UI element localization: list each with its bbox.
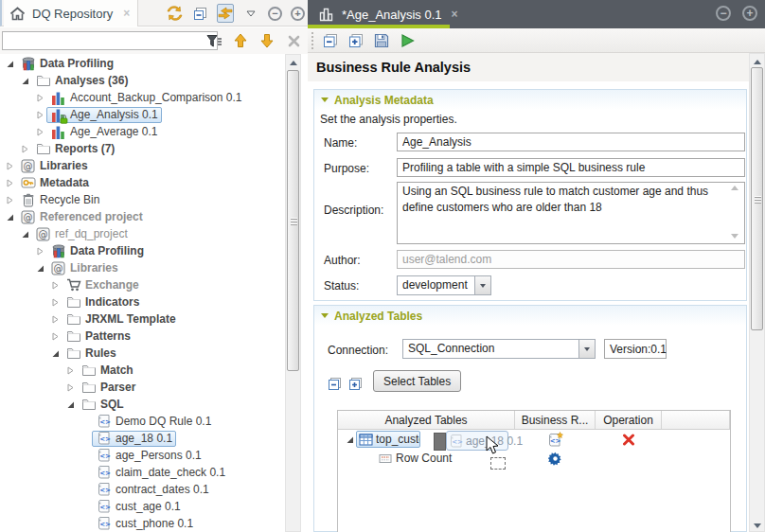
column-header-empty[interactable] [662, 411, 730, 429]
tree-item-content[interactable]: @Referenced project [16, 209, 147, 225]
tree-item-content[interactable]: <>Demo DQ Rule 0.1 [92, 414, 215, 430]
chevron-collapsed-icon[interactable] [49, 281, 62, 290]
editor-scrollbar-thumb[interactable] [751, 67, 763, 330]
tree-item-referenced-project[interactable]: @Referenced project [0, 208, 284, 225]
tree-item-content[interactable]: Reports (7) [31, 141, 118, 157]
toolbar-drag-handle[interactable] [311, 32, 314, 49]
purpose-field[interactable] [397, 158, 745, 177]
chevron-expanded-icon[interactable] [4, 60, 16, 68]
tree-item-exchange[interactable]: Exchange [0, 276, 284, 293]
chevron-expanded-icon[interactable] [344, 435, 356, 444]
filter-icon[interactable] [205, 31, 222, 50]
tree-item-claim-date-check-0-1[interactable]: <>claim_date_check 0.1 [0, 464, 284, 481]
minimize-editor-button[interactable]: − [716, 6, 731, 21]
tree-item-content[interactable]: <>claim_date_check 0.1 [92, 465, 229, 481]
dropdown-arrow-icon[interactable] [578, 340, 595, 358]
table-cell[interactable]: Row Count [379, 452, 452, 465]
table-row[interactable]: top_custom<> [338, 430, 730, 449]
tree-item-data-profiling[interactable]: Data Profiling [0, 242, 284, 259]
red-x-icon[interactable] [622, 434, 635, 446]
tree-item-content[interactable]: <>cust_phone 0.1 [92, 516, 197, 532]
tree-item-indicators[interactable]: Indicators [0, 293, 284, 310]
name-field[interactable] [397, 133, 745, 151]
tree-scrollbar-thumb[interactable] [287, 70, 299, 371]
chevron-expanded-icon[interactable] [19, 77, 31, 85]
tree-item-content[interactable]: Age_Average 0.1 [46, 124, 162, 140]
save-button[interactable] [373, 31, 390, 50]
close-tab-icon[interactable]: × [123, 7, 130, 20]
run-analysis-button[interactable] [399, 31, 416, 50]
tree-item-cust-age-0-1[interactable]: <>cust_age 0.1 [0, 498, 284, 515]
collapse-all-button[interactable] [191, 4, 208, 23]
tree-scrollbar[interactable] [285, 54, 301, 532]
filter-input[interactable] [2, 31, 218, 50]
tree-item-contract-dates-0-1[interactable]: <>contract_dates 0.1 [0, 481, 284, 498]
tree-item-content[interactable]: Match [77, 363, 137, 379]
chevron-collapsed-icon[interactable] [64, 366, 77, 375]
chevron-collapsed-icon[interactable] [34, 247, 46, 256]
description-field[interactable] [397, 182, 745, 244]
tree-selection[interactable]: Age_Analysis 0.1 [46, 107, 162, 123]
tree-item-content[interactable]: Patterns [62, 328, 134, 345]
tree-item-account-backup-comparison-0-1[interactable]: Account_Backup_Comparison 0.1 [0, 89, 284, 106]
textarea-scroll-up-icon[interactable] [731, 186, 738, 190]
textarea-scroll-down-icon[interactable] [731, 234, 738, 239]
expand-sections-button[interactable] [347, 31, 365, 50]
view-menu-icon[interactable] [242, 4, 259, 23]
tree-item-content[interactable]: <>contract_dates 0.1 [92, 482, 213, 498]
column-header-business-r-[interactable]: Business R... [515, 411, 596, 429]
chevron-expanded-icon[interactable] [4, 213, 16, 222]
chevron-collapsed-icon[interactable] [4, 162, 16, 170]
tree-item-content[interactable]: Exchange [62, 277, 143, 293]
chevron-collapsed-icon[interactable] [34, 128, 46, 136]
tree-item-content[interactable]: Data Profiling [46, 243, 148, 259]
chevron-collapsed-icon[interactable] [4, 179, 16, 187]
chevron-collapsed-icon[interactable] [4, 196, 16, 204]
chevron-expanded-icon[interactable] [19, 230, 31, 239]
tree-item-data-profiling[interactable]: Data Profiling [0, 55, 284, 72]
maximize-editor-button[interactable]: + [742, 6, 757, 21]
tree-item-demo-dq-rule-0-1[interactable]: <>Demo DQ Rule 0.1 [0, 413, 284, 430]
tree-selection[interactable]: <>age_18 0.1 [92, 431, 176, 447]
collapse-table-button[interactable] [326, 374, 343, 393]
expand-table-button[interactable] [347, 374, 364, 393]
tree-item-content[interactable]: Recycle Bin [16, 192, 103, 208]
tree-item-content[interactable]: Data Profiling [16, 56, 117, 72]
refresh-button[interactable] [166, 4, 183, 23]
analyzed-tables-header[interactable]: Analyzed Tables [314, 306, 746, 326]
tree-item-rules[interactable]: Rules [0, 345, 284, 362]
tree-item-libraries[interactable]: @Libraries [0, 157, 284, 174]
tree-item-age-analysis-0-1[interactable]: Age_Analysis 0.1 [0, 106, 284, 123]
move-up-icon[interactable] [232, 31, 249, 50]
tree-item-content[interactable]: JRXML Template [62, 311, 180, 328]
chevron-collapsed-icon[interactable] [64, 383, 77, 392]
collapse-sections-button[interactable] [322, 31, 339, 50]
tree-item-content[interactable]: Analyses (36) [31, 73, 132, 89]
tree-item-ref-dq-project[interactable]: @ref_dq_project [0, 225, 284, 242]
tree-item-age-18-0-1[interactable]: <>age_18 0.1 [0, 430, 284, 447]
rule-add-icon[interactable]: <> [548, 432, 563, 448]
maximize-view-button[interactable]: + [291, 7, 305, 21]
chevron-expanded-icon[interactable] [34, 264, 46, 273]
column-header-operation[interactable]: Operation [596, 411, 662, 429]
tree-item-jrxml-template[interactable]: JRXML Template [0, 310, 284, 328]
tree-item-content[interactable]: Metadata [16, 175, 93, 191]
scroll-up-icon[interactable] [286, 56, 300, 69]
dropdown-arrow-icon[interactable] [474, 276, 490, 294]
tree-item-content[interactable]: Parser [77, 380, 139, 396]
tree-item-sql[interactable]: SQL [0, 396, 284, 413]
tree-item-content[interactable]: @Libraries [46, 260, 122, 276]
tree-item-content[interactable]: Account_Backup_Comparison 0.1 [46, 90, 245, 106]
tab-dq-repository[interactable]: DQ Repository × [4, 0, 138, 27]
link-with-editor-button[interactable] [217, 4, 234, 23]
tree-item-age-average-0-1[interactable]: Age_Average 0.1 [0, 123, 284, 140]
chevron-expanded-icon[interactable] [49, 349, 62, 358]
tree-item-content[interactable]: @ref_dq_project [31, 226, 132, 242]
chevron-collapsed-icon[interactable] [34, 111, 46, 119]
chevron-collapsed-icon[interactable] [49, 315, 62, 324]
clear-filter-icon[interactable] [285, 31, 302, 50]
gear-icon[interactable] [548, 452, 562, 466]
analysis-metadata-header[interactable]: Analysis Metadata [314, 90, 746, 110]
tree-item-libraries[interactable]: @Libraries [0, 259, 284, 276]
tree-item-content[interactable]: <>age_Persons 0.1 [92, 448, 205, 464]
